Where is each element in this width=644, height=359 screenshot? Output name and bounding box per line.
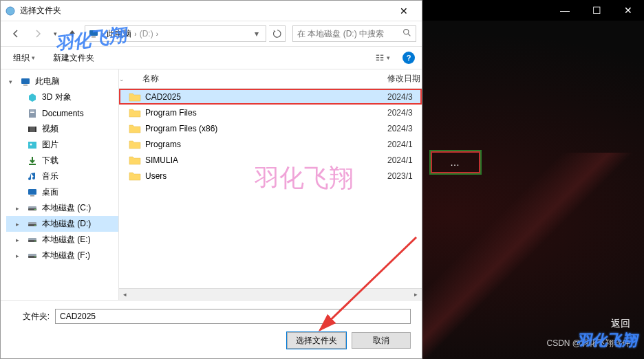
browse-button[interactable]: … — [431, 151, 480, 173]
nav-forward-button[interactable] — [28, 24, 47, 43]
sidebar-item-5[interactable]: 音乐 — [6, 168, 118, 184]
folder-icon — [129, 171, 141, 182]
3d-icon — [27, 92, 38, 103]
svg-rect-2 — [92, 36, 96, 38]
cancel-button[interactable]: 取消 — [352, 332, 411, 349]
bg-close-button[interactable]: ✕ — [612, 0, 644, 21]
tree-item-label: 视频 — [42, 123, 58, 135]
sidebar-item-4[interactable]: 下载 — [6, 153, 118, 168]
folder-row[interactable]: CAD20252024/3 — [119, 89, 422, 105]
desk-icon — [27, 187, 38, 198]
bg-minimize-button[interactable]: — — [549, 0, 581, 21]
breadcrumb-pc[interactable]: 此电脑 — [107, 28, 131, 40]
disk-icon — [27, 203, 38, 214]
select-folder-button[interactable]: 选择文件夹 — [287, 332, 346, 349]
disk-icon — [27, 250, 38, 261]
dialog-close-button[interactable]: ✕ — [390, 6, 418, 17]
toolbar: 组织 ▾ 新建文件夹 ▾ ? — [1, 46, 422, 69]
music-icon — [27, 171, 38, 182]
nav-history-button[interactable]: ▾ — [50, 24, 60, 43]
nav-row: ▾ › 此电脑 › (D:) › ▾ — [1, 21, 422, 46]
sidebar-item-1[interactable]: Documents — [6, 105, 118, 121]
folder-icon — [129, 91, 141, 102]
help-button[interactable]: ? — [402, 52, 415, 64]
tree-root-this-pc[interactable]: ▾ 此电脑 — [6, 74, 118, 89]
pc-icon — [88, 28, 99, 39]
sidebar-item-6[interactable]: 桌面 — [6, 184, 118, 200]
svg-rect-10 — [380, 60, 383, 61]
folder-row[interactable]: Program Files2024/3 — [119, 105, 422, 120]
scroll-right-button[interactable]: ▸ — [410, 289, 422, 301]
chevron-icon: ▸ — [16, 205, 23, 212]
sidebar-item-8[interactable]: ▸本地磁盘 (D:) — [6, 216, 118, 232]
address-dropdown-button[interactable]: ▾ — [250, 29, 263, 39]
chevron-right-icon: › — [134, 30, 136, 38]
folder-row[interactable]: Program Files (x86)2024/3 — [119, 120, 422, 136]
svg-rect-18 — [35, 127, 36, 132]
tree-item-label: 图片 — [42, 139, 58, 151]
return-label[interactable]: 返回 — [611, 318, 630, 330]
nav-up-button[interactable] — [63, 24, 82, 43]
search-input[interactable] — [297, 29, 402, 39]
svg-point-26 — [34, 208, 36, 210]
svg-point-0 — [6, 7, 14, 15]
scroll-left-button[interactable]: ◂ — [119, 289, 131, 301]
svg-rect-6 — [376, 57, 379, 58]
file-list[interactable]: CAD20252024/3Program Files2024/3Program … — [119, 89, 422, 288]
organize-button[interactable]: 组织 ▾ — [8, 50, 41, 67]
bg-maximize-button[interactable]: ☐ — [581, 0, 612, 21]
tree-item-label: Documents — [42, 109, 84, 118]
folder-row[interactable]: Users2023/1 — [119, 168, 422, 184]
sidebar-item-0[interactable]: 3D 对象 — [6, 89, 118, 105]
column-date[interactable]: 修改日期 — [387, 73, 422, 85]
folder-row[interactable]: SIMULIA2024/1 — [119, 152, 422, 168]
refresh-button[interactable] — [269, 25, 286, 42]
sidebar-item-7[interactable]: ▸本地磁盘 (C:) — [6, 200, 118, 216]
svg-rect-13 — [29, 109, 36, 118]
horizontal-scrollbar[interactable]: ◂ ▸ — [119, 288, 422, 300]
svg-rect-8 — [380, 55, 383, 56]
sidebar-tree[interactable]: ▾ 此电脑 3D 对象Documents视频图片下载音乐桌面▸本地磁盘 (C:)… — [1, 69, 119, 300]
svg-rect-1 — [89, 30, 98, 36]
address-bar[interactable]: › 此电脑 › (D:) › ▾ — [85, 25, 266, 42]
svg-point-35 — [34, 256, 36, 257]
svg-rect-23 — [30, 195, 34, 197]
sidebar-item-10[interactable]: ▸本地磁盘 (F:) — [6, 248, 118, 263]
svg-rect-9 — [380, 57, 383, 58]
svg-rect-22 — [28, 189, 36, 195]
sidebar-item-2[interactable]: 视频 — [6, 121, 118, 137]
tree-item-label: 3D 对象 — [42, 91, 72, 103]
tree-item-label: 本地磁盘 (F:) — [42, 250, 90, 261]
folder-name: Program Files — [145, 108, 387, 118]
svg-rect-15 — [30, 112, 34, 113]
new-folder-button[interactable]: 新建文件夹 — [47, 50, 100, 67]
svg-line-4 — [408, 34, 410, 36]
sidebar-item-3[interactable]: 图片 — [6, 137, 118, 153]
tree-item-label: 桌面 — [42, 186, 58, 198]
svg-point-32 — [34, 240, 36, 241]
file-list-pane: ⌄ 名称 修改日期 CAD20252024/3Program Files2024… — [119, 69, 422, 300]
folder-picker-dialog: 选择文件夹 ✕ ▾ › 此电脑 › (D:) › ▾ 组织 ▾ 新建文件夹 ▾ … — [0, 0, 422, 359]
svg-rect-21 — [29, 164, 36, 165]
tree-item-label: 音乐 — [42, 171, 58, 182]
column-headers[interactable]: ⌄ 名称 修改日期 — [119, 69, 422, 89]
disk-icon — [27, 219, 38, 230]
column-name[interactable]: 名称 — [129, 73, 387, 85]
pic-icon — [27, 140, 38, 151]
chevron-icon: ▸ — [16, 252, 23, 259]
folder-date: 2023/1 — [387, 171, 422, 181]
doc-icon — [27, 108, 38, 119]
chevron-right-icon: › — [102, 30, 104, 38]
folder-row[interactable]: Programs2024/1 — [119, 136, 422, 152]
search-box[interactable] — [292, 25, 416, 42]
sidebar-item-9[interactable]: ▸本地磁盘 (E:) — [6, 232, 118, 248]
breadcrumb-drive-partial[interactable]: (D:) — [140, 29, 153, 39]
folder-name: Program Files (x86) — [145, 124, 387, 133]
chevron-icon: ⌄ — [119, 76, 129, 83]
svg-rect-11 — [21, 78, 30, 84]
scroll-track[interactable] — [131, 289, 410, 301]
view-button[interactable]: ▾ — [369, 50, 396, 65]
nav-back-button[interactable] — [6, 24, 25, 43]
folder-name-input[interactable] — [55, 309, 411, 324]
svg-point-3 — [404, 30, 409, 34]
